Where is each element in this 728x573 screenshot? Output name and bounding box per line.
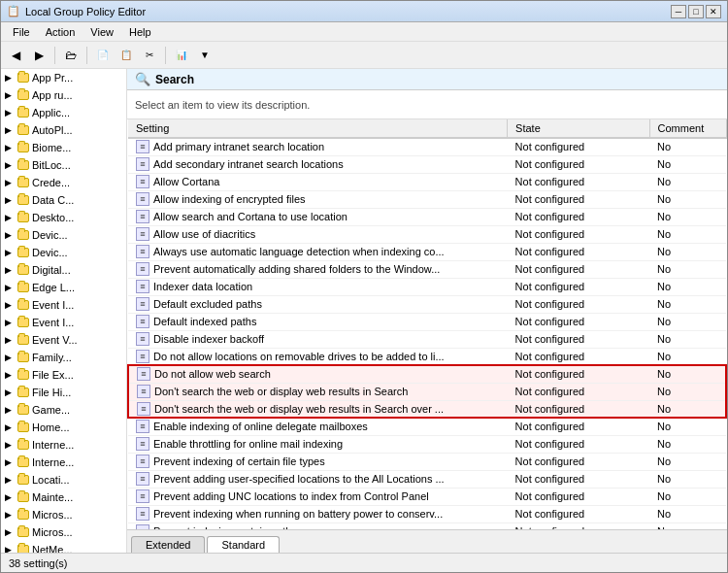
sidebar-label-2: Applic... xyxy=(32,107,70,118)
sidebar-item-26[interactable]: ▶Micros... xyxy=(1,523,126,541)
tree-arrow-8: ▶ xyxy=(5,213,17,222)
sidebar-item-21[interactable]: ▶Interne... xyxy=(1,436,126,454)
sidebar-item-25[interactable]: ▶Micros... xyxy=(1,506,126,523)
sidebar-item-15[interactable]: ▶Event V... xyxy=(1,331,126,349)
table-row[interactable]: ≡Default indexed pathsNot configuredNo xyxy=(128,313,726,330)
table-row[interactable]: ≡Enable throttling for online mail index… xyxy=(128,435,726,453)
setting-label-12: Do not allow locations on removable driv… xyxy=(153,351,445,362)
sidebar-item-9[interactable]: ▶Devic... xyxy=(1,226,126,244)
tree-arrow-11: ▶ xyxy=(5,265,17,275)
browse-button[interactable]: 🗁 xyxy=(60,45,82,66)
sidebar-item-20[interactable]: ▶Home... xyxy=(1,419,126,436)
table-row[interactable]: ≡Don't search the web or display web res… xyxy=(128,400,726,418)
setting-label-11: Disable indexer backoff xyxy=(153,333,264,345)
back-button[interactable]: ◀ xyxy=(5,45,26,66)
table-row[interactable]: ≡Add primary intranet search locationNot… xyxy=(128,138,726,155)
menu-view[interactable]: View xyxy=(83,24,121,40)
table-row[interactable]: ≡Always use automatic language detection… xyxy=(128,243,726,260)
sidebar-item-27[interactable]: ▶NetMe... xyxy=(1,541,126,553)
setting-icon-3: ≡ xyxy=(136,192,149,206)
table-row[interactable]: ≡Prevent adding user-specified locations… xyxy=(128,470,726,488)
sidebar-item-22[interactable]: ▶Interne... xyxy=(1,454,126,471)
sidebar-item-19[interactable]: ▶Game... xyxy=(1,401,126,419)
sidebar-item-8[interactable]: ▶Deskto... xyxy=(1,209,126,226)
forward-button[interactable]: ▶ xyxy=(28,45,50,66)
folder-icon-8 xyxy=(17,211,30,224)
table-row[interactable]: ≡Do not allow locations on removable dri… xyxy=(128,348,726,365)
delete-button[interactable]: ✂ xyxy=(139,45,160,66)
sidebar-item-1[interactable]: ▶App ru... xyxy=(1,86,126,104)
sidebar-item-2[interactable]: ▶Applic... xyxy=(1,104,126,121)
table-row[interactable]: ≡Allow indexing of encrypted filesNot co… xyxy=(128,190,726,208)
table-row[interactable]: ≡Disable indexer backoffNot configuredNo xyxy=(128,330,726,348)
table-row[interactable]: ≡Prevent automatically adding shared fol… xyxy=(128,260,726,278)
folder-icon-22 xyxy=(17,455,30,469)
setting-label-14: Don't search the web or display web resu… xyxy=(154,386,408,397)
setting-cell-20: ≡Prevent adding UNC locations to index f… xyxy=(128,488,508,505)
properties-button[interactable]: 📋 xyxy=(116,45,137,66)
new-policy-button[interactable]: 📄 xyxy=(92,45,114,66)
tab-standard[interactable]: Standard xyxy=(207,536,280,553)
sidebar-item-12[interactable]: ▶Edge L... xyxy=(1,279,126,296)
menu-action[interactable]: Action xyxy=(38,24,83,40)
table-row[interactable]: ≡Enable indexing of online delegate mail… xyxy=(128,418,726,435)
view-button[interactable]: 📊 xyxy=(171,45,192,66)
sidebar-item-4[interactable]: ▶Biome... xyxy=(1,139,126,156)
setting-label-6: Always use automatic language detection … xyxy=(153,246,445,257)
sidebar-item-13[interactable]: ▶Event I... xyxy=(1,296,126,314)
sidebar-item-3[interactable]: ▶AutoPl... xyxy=(1,121,126,139)
tree-arrow-12: ▶ xyxy=(5,283,17,292)
close-button[interactable]: ✕ xyxy=(706,5,721,18)
table-row[interactable]: ≡Prevent adding UNC locations to index f… xyxy=(128,488,726,505)
setting-icon-12: ≡ xyxy=(136,350,149,363)
tab-extended[interactable]: Extended xyxy=(131,536,205,553)
sidebar-item-23[interactable]: ▶Locati... xyxy=(1,471,126,489)
table-row[interactable]: ≡Do not allow web searchNot configuredNo xyxy=(128,365,726,383)
sidebar-item-7[interactable]: ▶Data C... xyxy=(1,191,126,209)
settings-table-container[interactable]: Setting State Comment ≡Add primary intra… xyxy=(127,119,727,529)
menu-help[interactable]: Help xyxy=(121,24,159,40)
tree-arrow-3: ▶ xyxy=(5,125,17,135)
table-row[interactable]: ≡Don't search the web or display web res… xyxy=(128,383,726,400)
sidebar-item-14[interactable]: ▶Event I... xyxy=(1,314,126,331)
sidebar-item-11[interactable]: ▶Digital... xyxy=(1,261,126,279)
setting-icon-1: ≡ xyxy=(136,157,149,171)
col-header-comment[interactable]: Comment xyxy=(649,119,726,138)
sidebar-item-17[interactable]: ▶File Ex... xyxy=(1,366,126,384)
sidebar-item-0[interactable]: ▶App Pr... xyxy=(1,69,126,86)
setting-label-1: Add secondary intranet search locations xyxy=(153,158,344,170)
menu-file[interactable]: File xyxy=(5,24,38,40)
minimize-button[interactable]: ─ xyxy=(671,5,686,18)
filter-button[interactable]: ▼ xyxy=(194,45,215,66)
table-row[interactable]: ≡Default excluded pathsNot configuredNo xyxy=(128,295,726,313)
table-row[interactable]: ≡Prevent indexing certain pathsNot confi… xyxy=(128,522,726,529)
window: 📋 Local Group Policy Editor ─ □ ✕ File A… xyxy=(0,0,728,573)
table-row[interactable]: ≡Allow CortanaNot configuredNo xyxy=(128,173,726,190)
col-header-setting[interactable]: Setting xyxy=(128,119,508,138)
state-cell-19: Not configured xyxy=(508,470,649,488)
setting-label-15: Don't search the web or display web resu… xyxy=(154,403,444,415)
state-cell-4: Not configured xyxy=(508,208,649,225)
table-row[interactable]: ≡Allow search and Cortana to use locatio… xyxy=(128,208,726,225)
comment-cell-10: No xyxy=(649,313,726,330)
table-row[interactable]: ≡Allow use of diacriticsNot configuredNo xyxy=(128,225,726,243)
table-row[interactable]: ≡Prevent indexing when running on batter… xyxy=(128,505,726,522)
sidebar-item-5[interactable]: ▶BitLoc... xyxy=(1,156,126,174)
comment-cell-17: No xyxy=(649,435,726,453)
sidebar-item-16[interactable]: ▶Family... xyxy=(1,349,126,366)
col-header-state[interactable]: State xyxy=(508,119,649,138)
sidebar-item-10[interactable]: ▶Devic... xyxy=(1,244,126,261)
setting-cell-5: ≡Allow use of diacritics xyxy=(128,225,508,243)
setting-cell-18: ≡Prevent indexing of certain file types xyxy=(128,453,508,470)
maximize-button[interactable]: □ xyxy=(688,5,704,18)
setting-label-3: Allow indexing of encrypted files xyxy=(153,193,306,205)
sidebar-item-18[interactable]: ▶File Hi... xyxy=(1,384,126,401)
folder-icon-9 xyxy=(17,228,30,242)
table-row[interactable]: ≡Prevent indexing of certain file typesN… xyxy=(128,453,726,470)
sidebar-item-24[interactable]: ▶Mainte... xyxy=(1,489,126,506)
table-row[interactable]: ≡Indexer data locationNot configuredNo xyxy=(128,278,726,295)
state-cell-0: Not configured xyxy=(508,138,649,155)
setting-icon-19: ≡ xyxy=(136,472,149,486)
sidebar-item-6[interactable]: ▶Crede... xyxy=(1,174,126,191)
table-row[interactable]: ≡Add secondary intranet search locations… xyxy=(128,155,726,173)
